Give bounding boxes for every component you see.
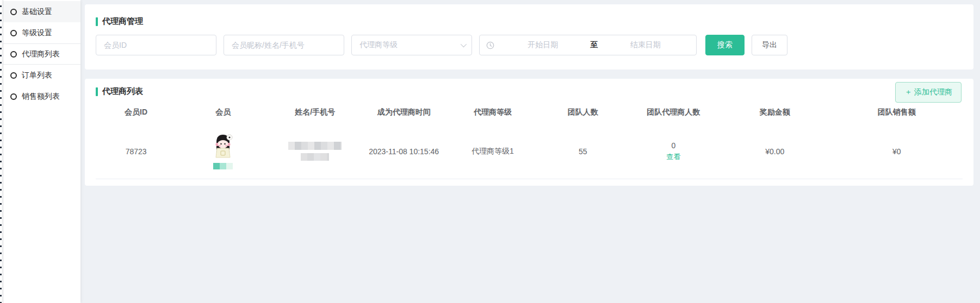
- column-header: 团队人数: [538, 108, 628, 117]
- keyword-input[interactable]: [224, 35, 344, 55]
- page-title: 代理商管理: [102, 16, 143, 27]
- search-button[interactable]: 搜索: [705, 35, 745, 55]
- title-accent-bar: [96, 17, 98, 26]
- circle-icon: [10, 72, 17, 79]
- agent-table: 会员ID 会员 姓名/手机号 成为代理商时间 代理商等级 团队人数 团队代理商人…: [96, 101, 963, 179]
- sidebar-item-level-settings[interactable]: 等级设置: [3, 22, 80, 43]
- column-header: 代理商等级: [448, 108, 538, 117]
- team-sales-cell: ¥0: [831, 147, 963, 156]
- column-header: 团队销售额: [831, 108, 963, 117]
- blurred-phone: [301, 153, 329, 161]
- agent-level-select[interactable]: 代理商等级: [351, 35, 472, 55]
- sidebar-item-label: 等级设置: [22, 28, 52, 38]
- start-date-placeholder[interactable]: 开始日期: [499, 40, 587, 50]
- date-range-picker[interactable]: 开始日期 至 结束日期: [479, 35, 697, 55]
- agent-management-card: 代理商管理 代理商等级 开始日期 至 结束日期 搜索 导出: [85, 4, 973, 70]
- team-count-cell: 55: [538, 147, 628, 156]
- table-row: 78723: [96, 124, 963, 179]
- blurred-name: [288, 142, 342, 150]
- avatar: [212, 134, 234, 160]
- circle-icon: [10, 93, 17, 100]
- sidebar-item-agent-list[interactable]: 代理商列表: [3, 43, 80, 65]
- column-header: 姓名/手机号: [270, 108, 360, 117]
- column-header: 会员: [176, 108, 270, 117]
- sidebar-item-label: 销售额列表: [22, 92, 60, 102]
- sidebar-item-label: 基础设置: [22, 7, 52, 17]
- sidebar-item-label: 代理商列表: [22, 49, 60, 59]
- reward-amount-cell: ¥0.00: [719, 147, 831, 156]
- agent-list-card: 代理商列表 ＋ 添加代理商 会员ID 会员 姓名/手机号 成为代理商时间 代理商…: [85, 79, 973, 186]
- redacted-name-phone: [272, 142, 358, 161]
- column-header: 会员ID: [96, 108, 176, 117]
- member-id-input[interactable]: [96, 35, 216, 55]
- circle-icon: [10, 30, 17, 36]
- sidebar-item-order-list[interactable]: 订单列表: [3, 65, 80, 86]
- filter-row: 代理商等级 开始日期 至 结束日期 搜索 导出: [96, 35, 963, 55]
- column-header: 团队代理商人数: [628, 108, 719, 117]
- team-agent-count: 0: [671, 141, 675, 150]
- column-header: 奖励金额: [719, 108, 831, 117]
- became-agent-time-cell: 2023-11-08 10:15:46: [360, 147, 448, 156]
- sidebar-item-label: 订单列表: [22, 71, 52, 80]
- member-id-cell: 78723: [96, 147, 176, 156]
- card-title: 代理商管理: [96, 16, 963, 27]
- table-title: 代理商列表: [102, 86, 143, 97]
- clock-icon: [486, 41, 494, 49]
- team-agent-count-cell: 0 查看: [628, 141, 719, 162]
- member-cell: [176, 134, 270, 169]
- main-content: 代理商管理 代理商等级 开始日期 至 结束日期 搜索 导出: [80, 0, 980, 303]
- chevron-down-icon: [461, 41, 467, 47]
- sidebar: 基础设置 等级设置 代理商列表 订单列表 销售额列表: [3, 0, 80, 303]
- date-separator: 至: [587, 40, 601, 50]
- column-header: 成为代理商时间: [360, 108, 448, 117]
- sidebar-item-sales-list[interactable]: 销售额列表: [3, 86, 80, 107]
- add-agent-button[interactable]: ＋ 添加代理商: [895, 82, 962, 103]
- table-header-row: 会员ID 会员 姓名/手机号 成为代理商时间 代理商等级 团队人数 团队代理商人…: [96, 101, 963, 124]
- plus-icon: ＋: [904, 87, 912, 97]
- circle-icon: [10, 51, 17, 58]
- agent-level-cell: 代理商等级1: [448, 147, 538, 156]
- member-level-tag: [213, 163, 233, 169]
- circle-icon: [10, 9, 17, 15]
- sidebar-item-basic-settings[interactable]: 基础设置: [3, 1, 80, 22]
- select-placeholder: 代理商等级: [359, 40, 398, 50]
- name-phone-cell: [270, 142, 360, 161]
- end-date-placeholder[interactable]: 结束日期: [601, 40, 690, 50]
- card-title: 代理商列表: [96, 86, 963, 97]
- title-accent-bar: [96, 87, 98, 96]
- add-agent-label: 添加代理商: [914, 87, 952, 97]
- export-button[interactable]: 导出: [752, 35, 787, 55]
- view-link[interactable]: 查看: [666, 152, 680, 162]
